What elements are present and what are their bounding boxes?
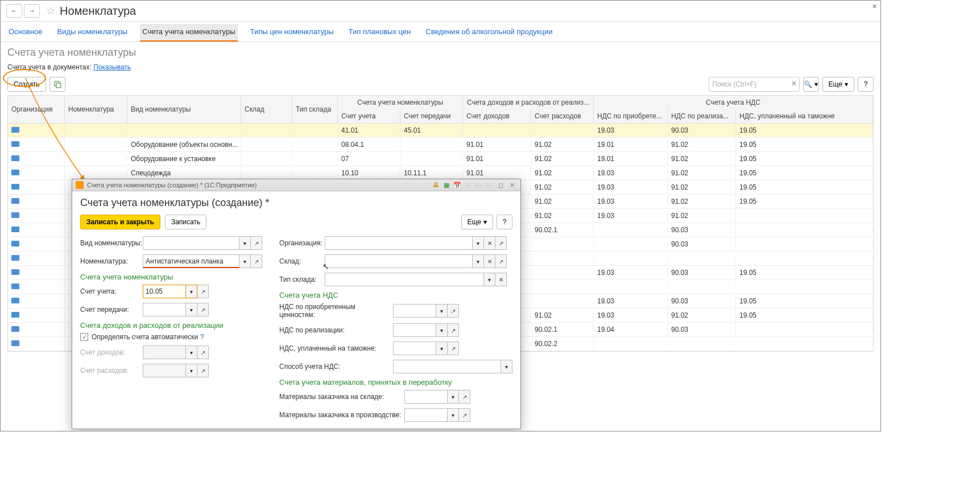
- wh-field[interactable]: ▾✕↗: [325, 254, 507, 268]
- open-icon[interactable]: ↗: [495, 236, 507, 250]
- help-button[interactable]: ?: [858, 77, 874, 92]
- col-vat1[interactable]: НДС по приобрете...: [594, 109, 668, 123]
- mat-wh-field[interactable]: ▾↗: [404, 390, 470, 404]
- tab-price-types[interactable]: Типы цен номенклатуры: [248, 24, 336, 42]
- col-nom[interactable]: Номенклатура: [65, 96, 127, 123]
- row-icon: [11, 340, 19, 346]
- open-icon[interactable]: ↗: [197, 285, 209, 298]
- nav-back-button[interactable]: ←: [6, 4, 22, 18]
- chevron-down-icon[interactable]: ▾: [186, 303, 197, 316]
- clear-icon[interactable]: ✕: [484, 236, 495, 250]
- vat-cust-field[interactable]: ▾↗: [393, 342, 459, 355]
- open-icon[interactable]: ↗: [197, 303, 209, 316]
- copy-icon: [53, 80, 61, 88]
- tab-alcohol[interactable]: Сведения об алкогольной продукции: [423, 24, 555, 42]
- vat-method-field[interactable]: ▾: [393, 360, 512, 373]
- m-minus-button[interactable]: M-: [485, 181, 494, 189]
- col-trans[interactable]: Счет передачи: [400, 109, 463, 123]
- open-icon[interactable]: ↗: [495, 254, 507, 268]
- label-wh: Склад:: [279, 257, 325, 265]
- row-icon: [11, 241, 19, 246]
- label-auto: Определять счета автоматически: [92, 333, 198, 341]
- auto-checkbox[interactable]: ✓ Определять счета автоматически: [80, 333, 198, 341]
- col-vat3[interactable]: НДС, уплаченный на таможне: [736, 109, 873, 123]
- col-org[interactable]: Организация: [8, 96, 65, 123]
- label-mat-wh: Материалы заказчика на складе:: [279, 393, 404, 401]
- help-q-icon[interactable]: ?: [200, 333, 204, 341]
- nom-field[interactable]: Антистатическая планка ▾ ↗: [143, 254, 262, 268]
- chevron-down-icon[interactable]: ▾: [239, 254, 251, 268]
- tab-plan-price[interactable]: Тип плановых цен: [346, 24, 413, 42]
- doc-accounts-link[interactable]: Показывать: [93, 63, 131, 71]
- row-icon: [11, 198, 19, 204]
- chevron-down-icon[interactable]: ▾: [239, 236, 251, 250]
- dialog-help-button[interactable]: ?: [497, 215, 512, 229]
- org-field[interactable]: ▾✕↗: [325, 236, 507, 250]
- dialog-heading: Счета учета номенклатуры (создание) *: [80, 197, 512, 209]
- col-wh[interactable]: Склад: [241, 96, 292, 123]
- dialog-more-button[interactable]: Еще ▾: [461, 215, 493, 229]
- tab-types-nom[interactable]: Виды номенклатуры: [55, 24, 130, 42]
- copy-button[interactable]: [49, 77, 65, 92]
- tab-accounts[interactable]: Счета учета номенклатуры: [140, 24, 237, 42]
- search-clear-icon[interactable]: ✕: [791, 80, 797, 88]
- calc-icon[interactable]: ▦: [442, 181, 451, 189]
- save-button[interactable]: Записать: [165, 215, 206, 229]
- vat-real-field[interactable]: ▾↗: [393, 323, 459, 337]
- col-wht[interactable]: Тип склада: [292, 96, 338, 123]
- chevron-down-icon[interactable]: ▾: [186, 285, 197, 298]
- clear-icon[interactable]: ✕: [484, 254, 495, 268]
- section-real: Счета доходов и расходов от реализации: [80, 321, 266, 330]
- col-vat2[interactable]: НДС по реализа...: [668, 109, 736, 123]
- row-icon: [11, 127, 19, 133]
- label-inc: Счет доходов:: [80, 348, 143, 356]
- col-type[interactable]: Вид номенклатуры: [127, 96, 241, 123]
- calendar-icon[interactable]: 📅: [453, 181, 462, 189]
- search-input[interactable]: Поиск (Ctrl+F) ✕: [709, 77, 800, 92]
- chevron-down-icon[interactable]: ▾: [473, 236, 484, 250]
- nom-value[interactable]: Антистатическая планка: [143, 254, 239, 268]
- dialog-titlebar[interactable]: Счета учета номенклатуры (создание) * (1…: [72, 179, 520, 191]
- mat-prod-field[interactable]: ▾↗: [404, 408, 470, 422]
- list-toolbar: Создать Поиск (Ctrl+F) ✕ 🔍 ▾ Еще ▾ ?: [1, 73, 880, 95]
- col-group-real: Счета доходов и расходов от реализ...: [463, 96, 594, 109]
- close-icon[interactable]: ✕: [872, 3, 877, 10]
- label-nom: Номенклатура:: [80, 257, 143, 265]
- search-button[interactable]: 🔍 ▾: [803, 77, 819, 92]
- dialog-close-icon[interactable]: ✕: [507, 182, 517, 189]
- tab-main[interactable]: Основное: [6, 24, 45, 42]
- col-acct[interactable]: Счет учета: [338, 109, 400, 123]
- trans-field[interactable]: ▾ ↗: [143, 303, 209, 316]
- vid-field[interactable]: ▾ ↗: [143, 236, 262, 250]
- print-icon[interactable]: 🖶: [431, 181, 440, 189]
- acct-field[interactable]: 10.05 ▾ ↗: [143, 285, 209, 298]
- row-icon: [11, 155, 19, 161]
- table-row[interactable]: 41.0145.0119.0390.0319.05: [8, 124, 873, 138]
- more-button[interactable]: Еще ▾: [822, 77, 854, 92]
- doc-accounts-row: Счета учета в документах: Показывать: [1, 61, 880, 73]
- save-close-button[interactable]: Записать и закрыть: [80, 215, 160, 229]
- vat-acq-field[interactable]: ▾↗: [393, 304, 459, 318]
- row-icon: [11, 326, 19, 332]
- star-icon[interactable]: ☆: [46, 5, 55, 17]
- open-icon[interactable]: ↗: [251, 254, 262, 268]
- table-row[interactable]: Оборудование к установке0791.0191.0219.0…: [8, 152, 873, 166]
- section-accounts-nom: Счета учета номенклатуры: [80, 273, 266, 281]
- nav-forward-button[interactable]: →: [24, 4, 40, 18]
- chevron-down-icon[interactable]: ▾: [484, 273, 495, 286]
- main-window: ← → ☆ Номенклатура ✕ Основное Виды номен…: [0, 0, 881, 431]
- clear-icon[interactable]: ✕: [495, 273, 507, 286]
- restore-icon[interactable]: ◻: [495, 182, 506, 189]
- open-icon[interactable]: ↗: [251, 236, 262, 250]
- wht-field[interactable]: ▾✕: [325, 273, 507, 286]
- acct-value[interactable]: 10.05: [143, 285, 186, 298]
- col-exp[interactable]: Счет расходов: [531, 109, 594, 123]
- create-button[interactable]: Создать: [7, 77, 46, 92]
- app-1c-icon: [76, 181, 84, 189]
- m-plus-button[interactable]: M+: [474, 181, 483, 189]
- col-inc[interactable]: Счет доходов: [463, 109, 531, 123]
- create-dialog: Счета учета номенклатуры (создание) * (1…: [72, 179, 521, 429]
- chevron-down-icon[interactable]: ▾: [473, 254, 484, 268]
- m-button[interactable]: M: [464, 181, 473, 189]
- table-row[interactable]: Оборудование (объекты основн...08.04.191…: [8, 138, 873, 152]
